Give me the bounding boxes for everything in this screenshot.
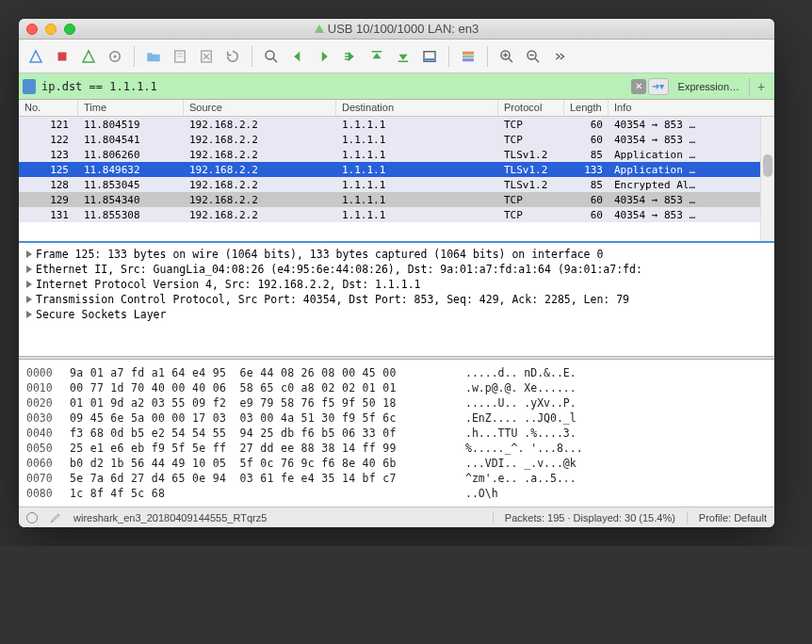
- status-file-name: wireshark_en3_20180409144555_RTqrz5: [73, 512, 481, 523]
- column-header-no[interactable]: No.: [19, 100, 78, 116]
- hex-row[interactable]: 0060b0 d2 1b 56 44 49 10 05 5f 0c 76 9c …: [26, 456, 767, 471]
- minimize-window-button[interactable]: [45, 24, 57, 35]
- column-header-source[interactable]: Source: [184, 100, 336, 116]
- status-bar: wireshark_en3_20180409144555_RTqrz5 Pack…: [19, 507, 774, 527]
- capture-options-button[interactable]: [104, 45, 126, 68]
- clear-filter-button[interactable]: ✕: [631, 79, 646, 94]
- zoom-in-button[interactable]: [495, 45, 518, 68]
- column-header-protocol[interactable]: Protocol: [498, 100, 564, 116]
- column-header-destination[interactable]: Destination: [336, 100, 498, 116]
- svg-line-8: [273, 58, 277, 62]
- go-back-button[interactable]: [286, 45, 309, 68]
- go-forward-button[interactable]: [313, 45, 335, 68]
- status-packet-count: Packets: 195 · Displayed: 30 (15.4%): [505, 512, 675, 523]
- hex-row[interactable]: 005025 e1 e6 eb f9 5f 5e ff 27 dd ee 88 …: [26, 441, 767, 456]
- packet-row[interactable]: 12911.854340192.168.2.21.1.1.1TCP6040354…: [19, 192, 774, 207]
- restart-capture-button[interactable]: [77, 45, 100, 68]
- hex-row[interactable]: 002001 01 9d a2 03 55 09 f2 e9 79 58 76 …: [26, 395, 767, 411]
- main-toolbar: [19, 40, 774, 73]
- edit-icon[interactable]: [49, 511, 62, 524]
- open-file-button[interactable]: [142, 45, 165, 68]
- zoom-out-button[interactable]: [522, 45, 544, 68]
- column-header-info[interactable]: Info: [609, 100, 774, 116]
- svg-rect-16: [463, 51, 474, 54]
- status-profile[interactable]: Profile: Default: [699, 512, 767, 523]
- svg-point-2: [114, 55, 117, 57]
- find-packet-button[interactable]: [260, 45, 283, 68]
- hex-row[interactable]: 003009 45 6e 5a 00 00 17 03 03 00 4a 51 …: [26, 411, 767, 426]
- hex-row[interactable]: 0040f3 68 0d b5 e2 54 54 55 94 25 db f6 …: [26, 426, 767, 441]
- svg-line-24: [535, 58, 539, 62]
- packet-details-pane: Frame 125: 133 bytes on wire (1064 bits)…: [19, 243, 774, 356]
- svg-point-7: [266, 51, 274, 59]
- display-filter-bar: ✕ ➔▾ Expression… +: [19, 73, 774, 100]
- detail-row[interactable]: Secure Sockets Layer: [26, 307, 767, 322]
- expand-icon: [26, 296, 32, 303]
- window-controls: [26, 24, 75, 35]
- app-window: USB 10/100/1000 LAN: en3 ✕ ➔▾ Expressio: [19, 19, 774, 527]
- go-last-button[interactable]: [392, 45, 414, 68]
- close-file-button[interactable]: [195, 45, 218, 68]
- stop-capture-button[interactable]: [51, 45, 73, 68]
- column-header-time[interactable]: Time: [78, 100, 184, 116]
- toolbar-overflow-button[interactable]: [548, 45, 571, 68]
- packet-list-pane: No. Time Source Destination Protocol Len…: [19, 100, 774, 241]
- start-capture-button[interactable]: [24, 45, 47, 68]
- column-header-length[interactable]: Length: [564, 100, 609, 116]
- expand-icon: [26, 311, 32, 318]
- detail-row[interactable]: Ethernet II, Src: GuangLia_04:08:26 (e4:…: [26, 262, 767, 277]
- bookmark-icon[interactable]: [23, 79, 36, 94]
- go-first-button[interactable]: [365, 45, 388, 68]
- colorize-button[interactable]: [457, 45, 479, 68]
- expand-icon: [26, 250, 32, 258]
- hex-row[interactable]: 00801c 8f 4f 5c 68..O\h: [26, 486, 767, 501]
- apply-filter-button[interactable]: ➔▾: [648, 78, 669, 95]
- zoom-window-button[interactable]: [64, 24, 75, 35]
- reload-file-button[interactable]: [221, 45, 244, 68]
- add-filter-button[interactable]: +: [752, 77, 771, 96]
- detail-row[interactable]: Internet Protocol Version 4, Src: 192.16…: [26, 277, 767, 292]
- packet-list-header: No. Time Source Destination Protocol Len…: [19, 100, 774, 117]
- packet-rows: 12111.804519192.168.2.21.1.1.1TCP6040354…: [19, 117, 774, 222]
- expression-button[interactable]: Expression…: [671, 79, 747, 94]
- svg-line-20: [509, 58, 512, 62]
- display-filter-input[interactable]: [38, 80, 629, 93]
- go-to-packet-button[interactable]: [339, 45, 362, 68]
- hex-row[interactable]: 00009a 01 a7 fd a1 64 e4 95 6e 44 08 26 …: [26, 365, 767, 380]
- svg-rect-0: [58, 52, 67, 60]
- packet-bytes-pane: 00009a 01 a7 fd a1 64 e4 95 6e 44 08 26 …: [19, 360, 774, 507]
- packet-row[interactable]: 12111.804519192.168.2.21.1.1.1TCP6040354…: [19, 117, 774, 132]
- packet-row[interactable]: 12311.806260192.168.2.21.1.1.1TLSv1.285A…: [19, 147, 774, 162]
- window-title-text: USB 10/100/1000 LAN: en3: [328, 22, 479, 36]
- packet-row[interactable]: 12811.853045192.168.2.21.1.1.1TLSv1.285E…: [19, 177, 774, 192]
- titlebar: USB 10/100/1000 LAN: en3: [19, 19, 774, 40]
- close-window-button[interactable]: [26, 24, 38, 35]
- expert-info-button[interactable]: [26, 512, 38, 523]
- packet-row[interactable]: 13111.855308192.168.2.21.1.1.1TCP6040354…: [19, 207, 774, 222]
- packet-list-scrollbar[interactable]: [760, 117, 774, 241]
- save-file-button[interactable]: [169, 45, 191, 68]
- svg-rect-18: [463, 58, 474, 61]
- auto-scroll-button[interactable]: [418, 45, 441, 68]
- window-title: USB 10/100/1000 LAN: en3: [75, 22, 718, 36]
- packet-row[interactable]: 12211.804541192.168.2.21.1.1.1TCP6040354…: [19, 132, 774, 147]
- detail-row[interactable]: Frame 125: 133 bytes on wire (1064 bits)…: [26, 247, 767, 262]
- detail-row[interactable]: Transmission Control Protocol, Src Port:…: [26, 292, 767, 307]
- wireshark-fin-icon: [315, 24, 324, 33]
- hex-row[interactable]: 00705e 7a 6d 27 d4 65 0e 94 03 61 fe e4 …: [26, 471, 767, 486]
- hex-row[interactable]: 001000 77 1d 70 40 00 40 06 58 65 c0 a8 …: [26, 380, 767, 395]
- expand-icon: [26, 281, 32, 288]
- packet-row[interactable]: 12511.849632192.168.2.21.1.1.1TLSv1.2133…: [19, 162, 774, 177]
- svg-rect-17: [463, 55, 474, 57]
- expand-icon: [26, 266, 32, 273]
